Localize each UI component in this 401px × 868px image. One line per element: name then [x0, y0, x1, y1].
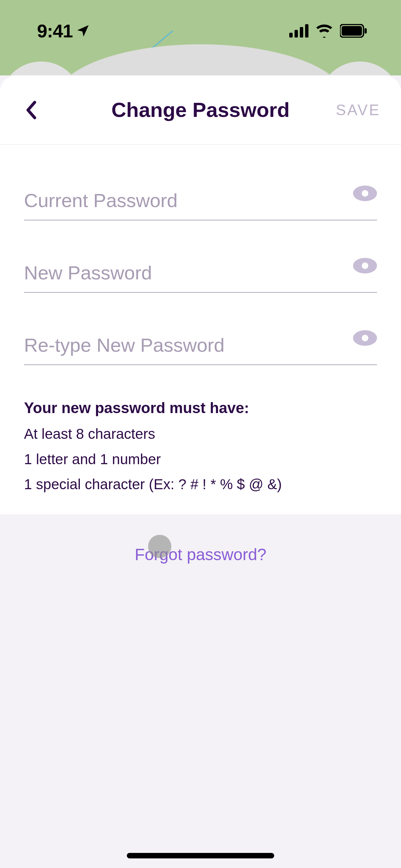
- save-button[interactable]: SAVE: [336, 101, 380, 119]
- toggle-visibility-current[interactable]: [353, 185, 377, 202]
- rules-title: Your new password must have:: [24, 399, 377, 417]
- rule-item: 1 letter and 1 number: [24, 447, 377, 472]
- svg-rect-1: [294, 30, 298, 37]
- status-time: 9:41: [37, 20, 73, 41]
- password-form: Your new password must have: At least 8 …: [0, 145, 401, 514]
- rule-item: At least 8 characters: [24, 421, 377, 447]
- status-bar: 9:41: [0, 17, 401, 45]
- back-button[interactable]: [21, 96, 41, 124]
- toggle-visibility-new[interactable]: [353, 257, 377, 274]
- svg-rect-0: [289, 33, 293, 38]
- svg-point-10: [362, 262, 368, 269]
- svg-point-8: [362, 190, 368, 196]
- battery-icon: [340, 24, 367, 38]
- forgot-password-link[interactable]: Forgot password?: [0, 545, 401, 564]
- rule-item: 1 special character (Ex: ? # ! * % $ @ &…: [24, 472, 377, 497]
- retype-password-field: [24, 327, 377, 365]
- wifi-icon: [315, 24, 333, 38]
- password-rules: Your new password must have: At least 8 …: [24, 399, 377, 497]
- eye-icon: [353, 330, 377, 346]
- current-password-input[interactable]: [24, 182, 326, 220]
- svg-point-12: [362, 335, 368, 341]
- home-indicator[interactable]: [127, 853, 274, 858]
- svg-rect-5: [342, 26, 362, 36]
- current-password-field: [24, 182, 377, 220]
- nav-bar: Change Password SAVE: [0, 75, 401, 145]
- retype-password-input[interactable]: [24, 327, 326, 365]
- eye-icon: [353, 257, 377, 274]
- change-password-sheet: Change Password SAVE: [0, 75, 401, 868]
- svg-rect-6: [365, 28, 367, 34]
- svg-rect-3: [305, 24, 308, 37]
- cellular-signal-icon: [289, 24, 308, 38]
- new-password-input[interactable]: [24, 255, 326, 293]
- toggle-visibility-retype[interactable]: [353, 330, 377, 346]
- location-arrow-icon: [76, 24, 90, 38]
- eye-icon: [353, 185, 377, 202]
- new-password-field: [24, 255, 377, 293]
- svg-rect-2: [300, 27, 303, 38]
- chevron-left-icon: [25, 100, 37, 120]
